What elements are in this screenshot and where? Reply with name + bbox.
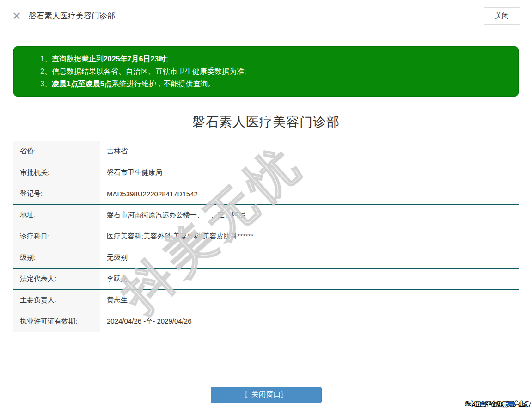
notice-line-text: 信息数据结果以各省、自治区、直辖市卫生健康委数据为准; bbox=[52, 67, 246, 75]
table-row-license-validity: 执业许可证有效期: 2024/04/26 -至- 2029/04/26 bbox=[13, 311, 519, 332]
table-row-legal-representative: 法定代表人: 李跃龙 bbox=[13, 269, 519, 290]
row-label: 地址: bbox=[13, 205, 100, 226]
notice-line-bold: 凌晨1点至凌晨5点 bbox=[52, 80, 112, 88]
row-value: 磐石市卫生健康局 bbox=[100, 162, 162, 183]
notice-line-text: 系统进行维护，不能提供查询。 bbox=[112, 80, 215, 88]
notice-line-text: 查询数据截止到 bbox=[52, 55, 104, 63]
row-label: 省份: bbox=[13, 141, 100, 162]
table-row-treatment-subjects: 诊疗科目: 医疗美容科;美容外科;美容牙科;美容皮肤科****** bbox=[13, 226, 519, 247]
row-value: 吉林省 bbox=[100, 141, 128, 162]
window-titlebar: ✕ 磐石素人医疗美容门诊部 关闭 bbox=[0, 0, 532, 32]
notice-banner: 1、查询数据截止到2025年7月6日23时; 2、信息数据结果以各省、自治区、直… bbox=[13, 46, 519, 97]
notice-line-1: 1、查询数据截止到2025年7月6日23时; bbox=[40, 53, 509, 65]
table-row-approval-authority: 审批机关: 磐石市卫生健康局 bbox=[13, 162, 519, 183]
close-icon[interactable]: ✕ bbox=[12, 11, 21, 22]
table-row-level: 级别: 无级别 bbox=[13, 247, 519, 269]
row-value: MAD5398U222028417D1542 bbox=[100, 183, 198, 204]
notice-line-text: ; bbox=[166, 55, 168, 63]
row-label: 执业许可证有效期: bbox=[13, 311, 100, 332]
row-label: 主要负责人: bbox=[13, 290, 100, 311]
main-content: 1、查询数据截止到2025年7月6日23时; 2、信息数据结果以各省、自治区、直… bbox=[0, 46, 532, 332]
row-value: 磐石市河南街原汽运办公楼一、二、三、四层 bbox=[100, 205, 245, 226]
notice-line-3: 3、凌晨1点至凌晨5点系统进行维护，不能提供查询。 bbox=[40, 78, 509, 90]
row-value: 2024/04/26 -至- 2029/04/26 bbox=[100, 311, 191, 332]
row-value: 李跃龙 bbox=[100, 269, 128, 289]
notice-line-bold: 2025年7月6日23时 bbox=[104, 55, 166, 63]
notice-line-number: 1、 bbox=[40, 55, 52, 63]
footer-bar: 〖关闭窗口〗 bbox=[0, 380, 532, 409]
row-value: 无级别 bbox=[100, 247, 128, 268]
table-row-registration-number: 登记号: MAD5398U222028417D1542 bbox=[13, 183, 519, 205]
close-window-button[interactable]: 〖关闭窗口〗 bbox=[211, 387, 322, 403]
row-value: 医疗美容科;美容外科;美容牙科;美容皮肤科****** bbox=[100, 226, 254, 247]
table-row-main-person-in-charge: 主要负责人: 黄志生 bbox=[13, 290, 519, 311]
row-label: 审批机关: bbox=[13, 162, 100, 183]
window-title: 磐石素人医疗美容门诊部 bbox=[29, 11, 115, 21]
close-button[interactable]: 关闭 bbox=[484, 7, 520, 25]
table-row-province: 省份: 吉林省 bbox=[13, 141, 519, 162]
notice-line-number: 2、 bbox=[40, 67, 52, 75]
notice-line-number: 3、 bbox=[40, 80, 52, 88]
row-label: 诊疗科目: bbox=[13, 226, 100, 247]
upload-credit-text: ©本图由平台注册用户上传 bbox=[465, 400, 530, 408]
row-label: 级别: bbox=[13, 247, 100, 268]
row-value: 黄志生 bbox=[100, 290, 128, 311]
detail-table: 省份: 吉林省 审批机关: 磐石市卫生健康局 登记号: MAD5398U2220… bbox=[13, 141, 519, 332]
table-row-address: 地址: 磐石市河南街原汽运办公楼一、二、三、四层 bbox=[13, 205, 519, 226]
row-label: 登记号: bbox=[13, 183, 100, 204]
page-title: 磐石素人医疗美容门诊部 bbox=[13, 113, 519, 131]
notice-line-2: 2、信息数据结果以各省、自治区、直辖市卫生健康委数据为准; bbox=[40, 65, 509, 78]
row-label: 法定代表人: bbox=[13, 269, 100, 289]
